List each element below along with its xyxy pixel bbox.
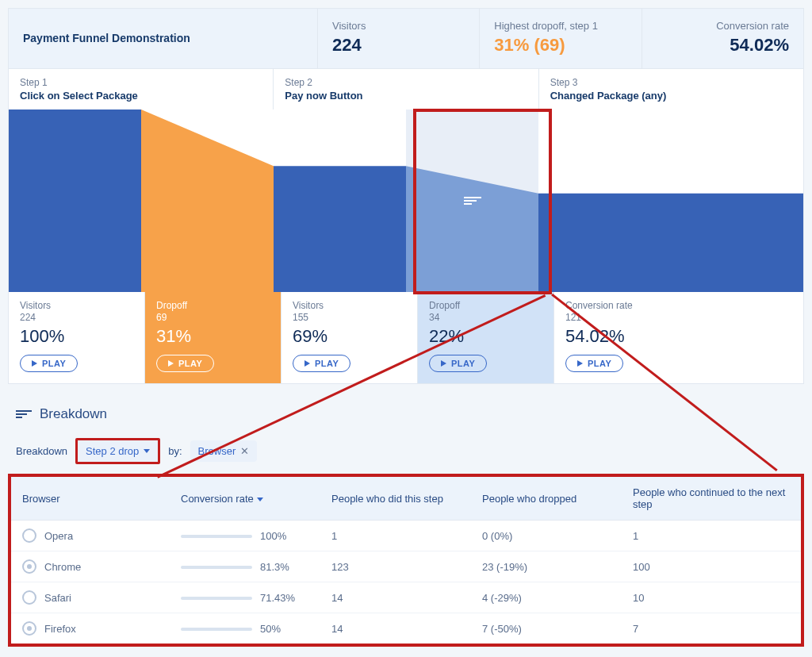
step-title: Click on Select Package [20, 90, 262, 102]
step-number: Step 1 [20, 77, 262, 88]
funnel-step-1 [9, 110, 274, 292]
play-icon [168, 360, 174, 367]
col-conversion[interactable]: Conversion rate [170, 477, 320, 521]
svg-marker-3 [406, 166, 538, 292]
play-button[interactable]: PLAY [156, 355, 214, 372]
breakdown-title: Breakdown [40, 406, 107, 422]
play-button[interactable]: PLAY [565, 355, 623, 372]
metric-conversion: Conversion rate 54.02% [642, 9, 803, 68]
close-icon[interactable]: ✕ [240, 445, 249, 457]
metric-value: 224 [332, 35, 465, 56]
dimension-chip[interactable]: Browser ✕ [190, 440, 258, 462]
funnel-step-2 [274, 110, 538, 292]
table-row[interactable]: Chrome81.3%12323 (-19%)100 [11, 551, 801, 582]
svg-marker-2 [274, 166, 406, 292]
did-value: 14 [320, 613, 471, 644]
by-label: by: [168, 445, 182, 457]
continued-value: 10 [622, 582, 801, 613]
browser-icon [22, 528, 36, 543]
step-1[interactable]: Step 1 Click on Select Package [9, 69, 274, 110]
metric-label: Conversion rate [657, 20, 789, 32]
dropped-value: 23 (-19%) [471, 551, 622, 582]
step-number: Step 3 [550, 77, 792, 88]
step-number: Step 2 [285, 77, 527, 88]
funnel-dropoff-1 [141, 110, 274, 292]
col-browser[interactable]: Browser [11, 477, 170, 521]
breakdown-table: Browser Conversion rate People who did t… [11, 477, 801, 644]
step-title: Changed Package (any) [550, 90, 792, 102]
metric-label: Visitors [332, 20, 465, 32]
breakdown-icon [16, 409, 32, 420]
play-icon [441, 360, 446, 367]
funnel-chart [8, 110, 804, 292]
chevron-down-icon [144, 449, 150, 453]
continued-value: 100 [622, 551, 801, 582]
play-button[interactable]: PLAY [429, 355, 487, 372]
step-2[interactable]: Step 2 Pay now Button [274, 69, 538, 110]
did-value: 123 [320, 551, 471, 582]
col-did[interactable]: People who did this step [320, 477, 471, 521]
step-dropdown[interactable]: Step 2 drop [75, 438, 160, 464]
metric-label: Highest dropoff, step 1 [494, 20, 626, 32]
breakdown-label: Breakdown [16, 445, 67, 457]
table-row[interactable]: Firefox50%147 (-50%)7 [11, 613, 801, 644]
breakdown-section: Breakdown Breakdown Step 2 drop by: Brow… [8, 400, 804, 647]
did-value: 1 [320, 521, 471, 551]
play-button[interactable]: PLAY [293, 355, 350, 372]
funnel-visitors-2 [274, 110, 406, 292]
step-title: Pay now Button [285, 90, 527, 102]
funnel-visitors-1 [9, 110, 141, 292]
rate-value: 100% [260, 530, 286, 542]
metric-value: 54.02% [657, 35, 789, 56]
funnel-conversion [538, 110, 803, 292]
rate-bar [181, 535, 252, 538]
table-header-row: Browser Conversion rate People who did t… [11, 477, 801, 521]
stat-conversion: Conversion rate 121 54.02% PLAY [554, 292, 803, 383]
sort-icon [464, 195, 481, 206]
did-value: 14 [320, 582, 471, 613]
stat-visitors-step2: Visitors 155 69% PLAY [282, 292, 418, 383]
rate-value: 81.3% [260, 561, 289, 573]
steps-row: Step 1 Click on Select Package Step 2 Pa… [8, 69, 804, 110]
col-continued[interactable]: People who continued to the next step [622, 477, 801, 521]
step-3[interactable]: Step 3 Changed Package (any) [539, 69, 803, 110]
funnel-stats: Visitors 224 100% PLAY Dropoff 69 31% PL… [8, 292, 804, 384]
rate-bar [181, 597, 252, 600]
play-icon [32, 360, 37, 367]
svg-marker-4 [538, 194, 803, 292]
play-button[interactable]: PLAY [20, 355, 78, 372]
sort-desc-icon [257, 498, 263, 501]
rate-value: 71.43% [260, 592, 295, 604]
metric-visitors: Visitors 224 [318, 9, 480, 68]
continued-value: 1 [622, 521, 801, 551]
svg-marker-1 [141, 110, 274, 292]
funnel-header: Payment Funnel Demonstration Visitors 22… [8, 8, 804, 69]
browser-name: Firefox [44, 623, 76, 635]
play-icon [304, 360, 310, 367]
breakdown-header: Breakdown [8, 400, 804, 428]
browser-name: Safari [44, 592, 71, 604]
browser-name: Chrome [44, 561, 81, 573]
stat-dropoff-step1: Dropoff 69 31% PLAY [145, 292, 282, 383]
rate-value: 50% [260, 623, 281, 635]
stat-visitors-step1: Visitors 224 100% PLAY [9, 292, 145, 383]
rate-bar [181, 566, 252, 569]
stat-dropoff-step2: Dropoff 34 22% PLAY [418, 292, 554, 383]
funnel-title: Payment Funnel Demonstration [9, 9, 318, 68]
dropped-value: 0 (0%) [471, 521, 622, 551]
col-dropped[interactable]: People who dropped [471, 477, 622, 521]
table-row[interactable]: Opera100%10 (0%)1 [11, 521, 801, 551]
breakdown-filters: Breakdown Step 2 drop by: Browser ✕ [8, 428, 804, 474]
table-row[interactable]: Safari71.43%144 (-29%)10 [11, 582, 801, 613]
play-icon [577, 360, 583, 367]
browser-icon [22, 559, 36, 574]
svg-marker-0 [9, 110, 141, 292]
browser-name: Opera [44, 530, 73, 542]
continued-value: 7 [622, 613, 801, 644]
funnel-step-3 [538, 110, 803, 292]
highlight-box-table: Browser Conversion rate People who did t… [8, 474, 804, 647]
funnel-dropoff-2[interactable] [406, 110, 538, 292]
rate-bar [181, 628, 252, 631]
dropped-value: 7 (-50%) [471, 613, 622, 644]
metric-highest-dropoff: Highest dropoff, step 1 31% (69) [480, 9, 642, 68]
